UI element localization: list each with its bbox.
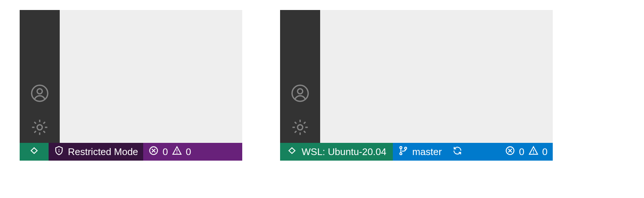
svg-rect-6 [177,150,177,152]
svg-point-2 [37,125,42,130]
settings-button[interactable] [290,118,310,138]
warning-count: 0 [542,146,548,158]
sync-item[interactable] [447,143,468,161]
gear-icon [30,132,49,138]
vscode-window-wsl: WSL: Ubuntu-20.04 master 0 0 [280,10,553,161]
git-branch-item[interactable]: master [393,143,447,161]
svg-point-3 [59,149,60,150]
svg-rect-15 [533,150,534,152]
main-area [280,10,553,143]
accounts-button[interactable] [290,84,310,104]
settings-button[interactable] [30,118,49,138]
gear-icon [290,132,310,138]
warning-icon [528,145,539,158]
restricted-mode-item[interactable]: Restricted Mode [49,143,143,161]
sync-icon [452,145,463,158]
remote-icon [29,145,39,158]
editor-area [320,10,553,143]
activity-bar [20,10,60,143]
status-bar: WSL: Ubuntu-20.04 master 0 0 [280,143,553,161]
remote-indicator[interactable]: WSL: Ubuntu-20.04 [280,143,393,161]
warning-icon [172,145,182,158]
person-icon [290,98,310,104]
error-icon [505,145,515,158]
svg-point-16 [533,152,534,153]
accounts-button[interactable] [30,84,49,104]
error-count: 0 [519,146,524,158]
editor-area [60,10,242,143]
problems-item[interactable]: 0 0 [500,143,553,161]
git-branch-name: master [412,146,441,158]
problems-item[interactable]: 0 0 [143,143,196,161]
remote-icon [287,145,297,158]
restricted-mode-label: Restricted Mode [68,146,138,158]
activity-bar [280,10,320,143]
svg-rect-4 [59,150,59,152]
warning-count: 0 [186,146,191,158]
status-bar: Restricted Mode 0 0 [20,143,242,161]
vscode-window-local: Restricted Mode 0 0 [20,10,242,161]
remote-label: WSL: Ubuntu-20.04 [302,146,386,158]
status-spacer [468,143,500,161]
svg-point-7 [176,152,177,153]
main-area [20,10,242,143]
git-branch-icon [398,145,408,158]
remote-indicator[interactable] [20,143,49,161]
shield-icon [54,145,64,158]
svg-point-11 [400,147,402,149]
svg-point-13 [405,147,407,149]
svg-point-10 [298,125,303,130]
svg-point-12 [400,152,402,155]
person-icon [30,98,49,104]
error-count: 0 [162,146,168,158]
svg-point-9 [298,89,303,94]
error-icon [148,145,159,158]
svg-point-1 [37,89,42,94]
